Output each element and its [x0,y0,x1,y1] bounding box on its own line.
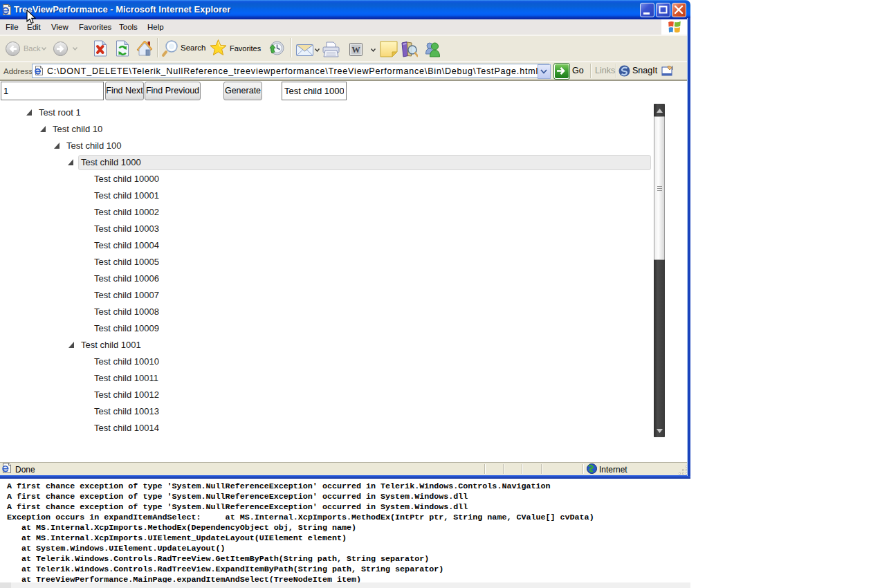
svg-text:W: W [351,45,360,55]
